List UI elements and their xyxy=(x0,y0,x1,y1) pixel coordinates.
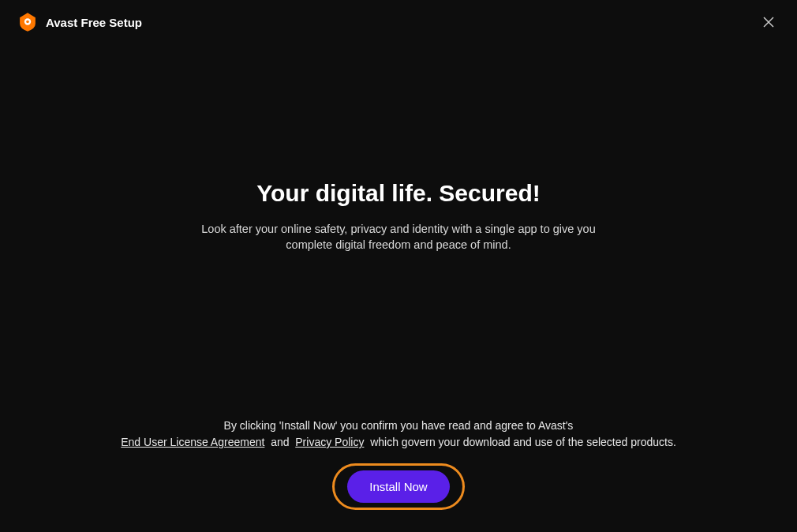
subtext: Look after your online safety, privacy a… xyxy=(201,221,596,253)
svg-point-1 xyxy=(26,21,29,24)
bottom-section: By clicking 'Install Now' you confirm yo… xyxy=(0,418,797,510)
agreement-suffix: which govern your download and use of th… xyxy=(370,436,676,448)
header: Avast Free Setup xyxy=(0,0,797,44)
agreement-text: By clicking 'Install Now' you confirm yo… xyxy=(0,418,797,451)
avast-logo-icon xyxy=(17,12,38,32)
agreement-and: and xyxy=(271,436,289,448)
agreement-prefix: By clicking 'Install Now' you confirm yo… xyxy=(224,419,574,432)
close-icon xyxy=(761,15,776,29)
header-left: Avast Free Setup xyxy=(17,12,142,32)
headline: Your digital life. Secured! xyxy=(0,180,797,207)
privacy-policy-link[interactable]: Privacy Policy xyxy=(295,436,364,448)
install-highlight-ring: Install Now xyxy=(332,463,464,510)
close-button[interactable] xyxy=(758,11,780,33)
app-title: Avast Free Setup xyxy=(46,16,142,29)
main-content: Your digital life. Secured! Look after y… xyxy=(0,44,797,253)
install-now-button[interactable]: Install Now xyxy=(347,470,449,503)
eula-link[interactable]: End User License Agreement xyxy=(121,436,264,448)
